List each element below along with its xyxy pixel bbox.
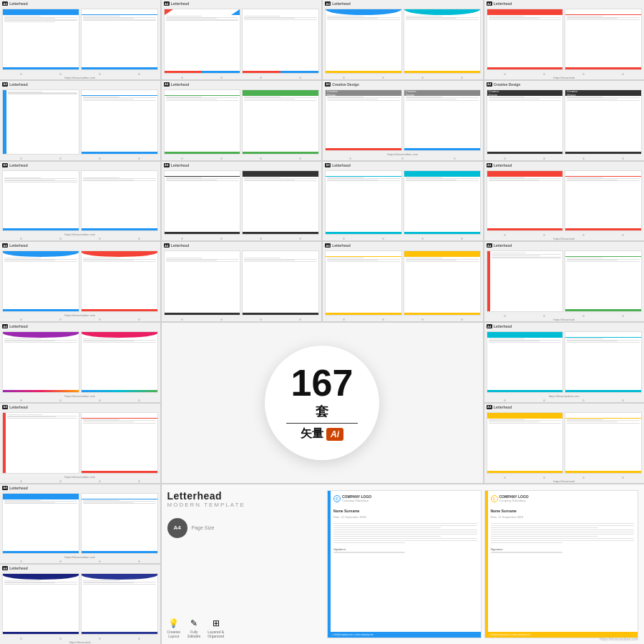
date-label-y: Date, 11 September 2019 xyxy=(491,515,635,519)
card-17-header: A4 Letterhead xyxy=(0,323,160,330)
icon-dot xyxy=(382,318,384,321)
card-5-docs xyxy=(0,88,160,156)
card-3-a4: A4 xyxy=(325,1,331,6)
icon-dot xyxy=(20,73,22,75)
big-doc-accent-blue xyxy=(328,491,331,638)
editable-icon: ✎ xyxy=(190,618,197,628)
logo-block-yellow: C COMPANY LOGO Company Subsidiary xyxy=(491,494,529,502)
footer-info-y: ● info@company.com ● www.company.com xyxy=(489,633,531,636)
line xyxy=(4,338,41,339)
mini-doc-20b xyxy=(565,412,642,474)
icon-dot xyxy=(343,318,345,321)
mini-header-21b xyxy=(82,413,157,419)
mini-header-11a xyxy=(326,171,401,177)
card-16: A4 Letterhead xyxy=(484,242,645,321)
feature-layered-label: Layered &Organized xyxy=(208,630,224,638)
mini-lines-2b xyxy=(243,15,318,71)
line xyxy=(83,20,156,21)
mini-doc-6a xyxy=(164,89,241,155)
icon-dot xyxy=(20,318,22,321)
card-9-header: A4 Letterhead xyxy=(0,162,160,169)
big-doc-lines-yellow: Name Surname Date, 11 September 2019 Sig… xyxy=(485,507,638,633)
mini-header-14a xyxy=(165,251,240,257)
icon-dot xyxy=(461,238,463,240)
mini-footer-14b xyxy=(243,313,318,315)
mini-header-12a xyxy=(487,171,563,177)
line xyxy=(244,16,280,16)
logo-block-blue: C COMPANY LOGO Company Subsidiary xyxy=(333,494,371,502)
card-17-a4: A4 xyxy=(2,324,8,328)
icon-dot xyxy=(421,318,424,321)
line xyxy=(489,341,540,341)
mini-header-23b xyxy=(82,494,157,499)
footer-blue-2 xyxy=(280,71,318,73)
line xyxy=(489,18,540,19)
line xyxy=(489,338,525,339)
line xyxy=(491,542,562,544)
card-23-icons xyxy=(0,559,160,563)
line xyxy=(166,16,203,16)
icon-dot xyxy=(20,638,22,640)
line xyxy=(4,178,77,179)
mini-header-15a xyxy=(326,251,401,257)
line xyxy=(492,258,562,258)
mini-footer-9a xyxy=(3,228,79,230)
mini-lines-16b xyxy=(565,257,641,309)
line xyxy=(4,258,41,258)
mini-doc-12b xyxy=(565,170,642,232)
card-13-header: A4 Letterhead xyxy=(0,242,160,249)
line xyxy=(406,258,442,258)
icon-dot xyxy=(99,560,101,562)
card-23-title: Letterhead xyxy=(9,486,28,490)
card-8-header: A4 Creative Design xyxy=(484,81,645,88)
line xyxy=(567,423,640,424)
mini-lines-3a xyxy=(326,15,401,71)
card-1: A4 Letterhead xyxy=(0,0,160,79)
mini-header-7a: CreativeDesign xyxy=(326,90,401,96)
line xyxy=(4,180,77,181)
line xyxy=(244,100,317,101)
card-10-icons xyxy=(162,236,322,240)
card-24: A4 Letterhead xyxy=(0,565,160,644)
mini-doc-24a xyxy=(2,573,79,635)
line xyxy=(244,99,295,99)
mini-doc-1b xyxy=(81,9,158,70)
line xyxy=(333,525,477,527)
icon-dot xyxy=(461,318,463,321)
line xyxy=(491,538,635,540)
mini-header-6b xyxy=(243,90,318,96)
card-5-title: Letterhead xyxy=(9,82,28,87)
mini-doc-8b: CreativeDesign xyxy=(565,89,642,155)
mini-lines-21b xyxy=(82,419,157,471)
icon-dot xyxy=(138,318,140,321)
line xyxy=(83,180,156,181)
line xyxy=(333,530,477,531)
mini-lines-11a xyxy=(326,177,401,233)
mini-footer-12a xyxy=(487,228,563,230)
mini-footer-8a xyxy=(487,152,563,154)
mini-footer-10b xyxy=(243,232,318,234)
card-3: A4 Letterhead xyxy=(323,0,483,79)
mini-lines-19a xyxy=(487,338,563,390)
mini-header-14b xyxy=(243,251,318,257)
card-7-title: Creative Design xyxy=(332,82,359,87)
mini-footer-16b xyxy=(565,309,641,311)
signature-y: Signature xyxy=(491,547,635,551)
line xyxy=(83,261,156,262)
mini-header-4a xyxy=(487,9,563,15)
icon-dot xyxy=(401,157,404,160)
icon-dot xyxy=(59,480,62,482)
line xyxy=(4,341,55,341)
card-23-header: A4 Letterhead xyxy=(0,484,160,492)
icon-dot xyxy=(20,157,22,160)
mini-doc-4a xyxy=(487,9,564,70)
line xyxy=(83,423,156,424)
line xyxy=(83,338,119,339)
preview-subtitle: Modern Template xyxy=(167,502,323,508)
preview-docs: C COMPANY LOGO Company Subsidiary Name S… xyxy=(327,490,638,639)
card-7-icons xyxy=(323,156,483,160)
icon-dot xyxy=(543,399,545,401)
card-21-a4: A4 xyxy=(2,405,8,409)
page-size-block: Page Size xyxy=(192,525,215,530)
mini-doc-7b: CreativeDesign xyxy=(404,89,481,151)
